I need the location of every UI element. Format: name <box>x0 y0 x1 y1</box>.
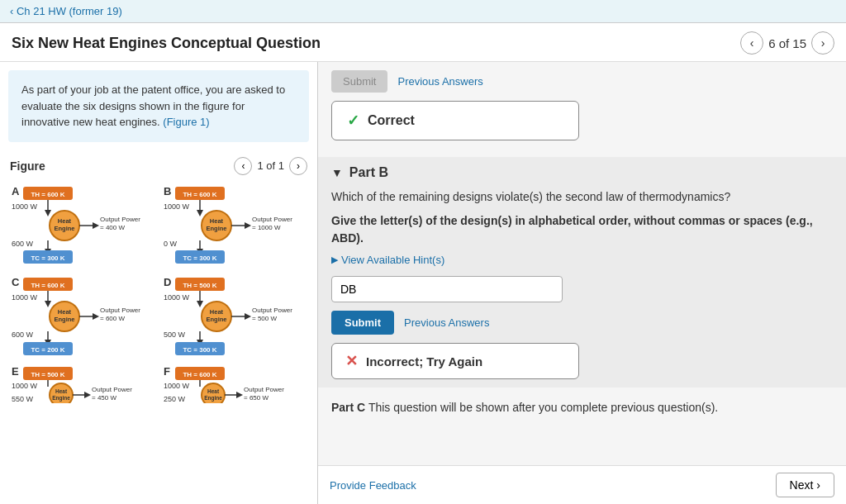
figure-header: Figure ‹ 1 of 1 › <box>0 150 317 178</box>
next-button[interactable]: Next › <box>776 473 834 497</box>
svg-marker-81 <box>84 392 91 398</box>
svg-text:Heat: Heat <box>210 308 224 316</box>
figure-label: Figure <box>10 159 45 173</box>
svg-text:= 500 W: = 500 W <box>252 315 277 322</box>
part-b-question: Which of the remaining designs violate(s… <box>331 188 833 206</box>
part-b-title: Part B <box>349 165 388 180</box>
hint-link[interactable]: View Available Hint(s) <box>331 254 833 266</box>
svg-text:= 650 W: = 650 W <box>244 394 269 402</box>
problem-text-box: As part of your job at the patent office… <box>8 70 309 142</box>
svg-text:= 400 W: = 400 W <box>100 224 125 231</box>
svg-marker-46 <box>93 313 99 320</box>
svg-marker-59 <box>197 301 203 307</box>
part-c-text: This question will be shown after you co… <box>368 401 718 414</box>
figure-link[interactable]: (Figure 1) <box>163 116 209 128</box>
problem-text: As part of your job at the patent office… <box>21 83 285 128</box>
incorrect-label: Incorrect; Try Again <box>366 354 482 368</box>
svg-text:500 W: 500 W <box>164 330 186 339</box>
svg-text:Engine: Engine <box>206 316 226 323</box>
svg-text:Output Power: Output Power <box>252 307 292 314</box>
svg-text:600 W: 600 W <box>12 330 34 339</box>
next-label: Next <box>790 478 814 492</box>
next-page-button[interactable]: › <box>811 31 834 55</box>
prev-page-button[interactable]: ‹ <box>740 31 763 55</box>
engines-diagram: A TH = 600 K 1000 W Heat Engine Output P… <box>0 178 317 412</box>
svg-text:= 1000 W: = 1000 W <box>252 224 281 231</box>
svg-text:600 W: 600 W <box>12 240 34 248</box>
correct-label: Correct <box>368 113 415 128</box>
svg-text:Heat: Heat <box>58 217 72 225</box>
svg-text:TC = 300 K: TC = 300 K <box>183 254 216 262</box>
part-b-prev-answers-link[interactable]: Previous Answers <box>404 316 489 329</box>
svg-text:TH = 500 K: TH = 500 K <box>31 371 64 378</box>
answer-input[interactable] <box>331 276 563 302</box>
right-panel: Submit Previous Answers ✓ Correct ▼ Part… <box>318 62 846 504</box>
svg-text:Engine: Engine <box>54 225 74 232</box>
svg-marker-5 <box>45 210 51 216</box>
svg-text:0 W: 0 W <box>164 240 178 248</box>
svg-text:Engine: Engine <box>52 395 70 402</box>
svg-text:TC = 200 K: TC = 200 K <box>31 346 64 354</box>
incorrect-box: ✕ Incorrect; Try Again <box>331 343 579 379</box>
figure-count: 1 of 1 <box>257 159 284 172</box>
svg-marker-10 <box>93 222 99 229</box>
svg-text:550 W: 550 W <box>12 395 34 403</box>
svg-text:TH = 600 K: TH = 600 K <box>31 282 64 289</box>
x-icon: ✕ <box>345 352 358 370</box>
pagination: ‹ 6 of 15 › <box>740 31 834 55</box>
svg-text:Output Power: Output Power <box>100 307 140 314</box>
figure-prev-button[interactable]: ‹ <box>234 157 252 175</box>
svg-text:250 W: 250 W <box>164 395 186 403</box>
svg-text:Engine: Engine <box>54 316 74 323</box>
main-layout: As part of your job at the patent office… <box>0 62 846 504</box>
left-panel: As part of your job at the patent office… <box>0 62 318 504</box>
svg-text:1000 W: 1000 W <box>12 293 38 302</box>
svg-text:D: D <box>164 276 171 288</box>
svg-text:Heat: Heat <box>207 388 220 394</box>
svg-marker-23 <box>197 210 203 216</box>
svg-text:A: A <box>12 185 20 197</box>
svg-text:1000 W: 1000 W <box>12 202 38 211</box>
svg-text:TH = 500 K: TH = 500 K <box>183 282 216 289</box>
engines-svg: A TH = 600 K 1000 W Heat Engine Output P… <box>5 180 311 403</box>
svg-text:1000 W: 1000 W <box>164 382 190 390</box>
svg-text:Output Power: Output Power <box>252 216 292 223</box>
page-title: Six New Heat Engines Conceptual Question <box>12 35 321 52</box>
collapse-icon[interactable]: ▼ <box>331 166 343 179</box>
svg-text:C: C <box>12 276 20 288</box>
part-b-submit-button[interactable]: Submit <box>331 311 394 335</box>
part-a-prev-answers-link[interactable]: Previous Answers <box>397 75 482 88</box>
svg-text:Output Power: Output Power <box>244 386 284 393</box>
svg-text:TC = 300 K: TC = 300 K <box>31 254 64 262</box>
part-b-header: ▼ Part B <box>331 165 833 180</box>
part-b-section: ▼ Part B Which of the remaining designs … <box>318 157 846 388</box>
svg-text:1000 W: 1000 W <box>164 202 190 211</box>
svg-text:1000 W: 1000 W <box>164 293 190 302</box>
svg-marker-41 <box>45 301 51 307</box>
figure-next-button[interactable]: › <box>289 157 307 175</box>
svg-text:E: E <box>12 365 19 378</box>
svg-text:1000 W: 1000 W <box>12 382 38 390</box>
page-number: 6 of 15 <box>768 36 806 50</box>
svg-text:B: B <box>164 185 171 197</box>
part-a-submit-button[interactable]: Submit <box>331 70 387 93</box>
back-link[interactable]: Ch 21 HW (former 19) <box>10 5 122 17</box>
svg-text:Output Power: Output Power <box>92 386 132 393</box>
svg-text:Heat: Heat <box>58 308 72 316</box>
correct-box: ✓ Correct <box>331 101 579 140</box>
top-nav: Ch 21 HW (former 19) <box>0 0 846 23</box>
part-b-emphasis: Give the letter(s) of the design(s) in a… <box>331 212 833 247</box>
part-c-section: Part C This question will be shown after… <box>318 391 846 424</box>
provide-feedback-link[interactable]: Provide Feedback <box>330 479 416 492</box>
svg-text:Output Power: Output Power <box>100 216 140 223</box>
svg-text:TH = 600 K: TH = 600 K <box>31 191 64 198</box>
svg-text:Engine: Engine <box>204 395 222 402</box>
part-c-label: Part C <box>331 401 365 414</box>
part-b-submit-row: Submit Previous Answers <box>331 311 833 335</box>
svg-text:TH = 600 K: TH = 600 K <box>183 371 216 378</box>
svg-text:TH = 600 K: TH = 600 K <box>183 191 216 198</box>
svg-text:= 450 W: = 450 W <box>92 394 116 402</box>
part-a-submit-row: Submit Previous Answers <box>331 70 833 93</box>
svg-text:F: F <box>164 365 170 378</box>
figure-nav: ‹ 1 of 1 › <box>234 157 307 175</box>
